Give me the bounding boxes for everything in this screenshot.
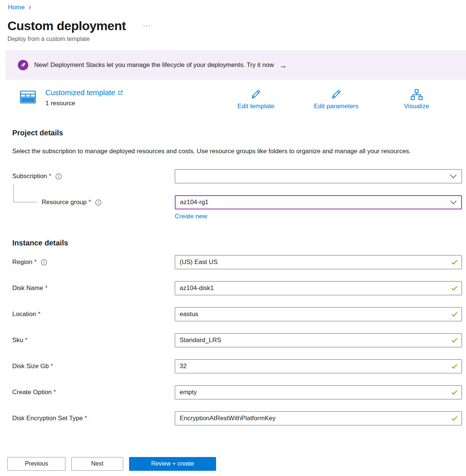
sku-input[interactable] bbox=[175, 333, 462, 347]
info-icon[interactable] bbox=[95, 199, 102, 206]
subscription-row: Subscription* bbox=[12, 169, 462, 183]
valid-check-icon bbox=[451, 258, 458, 266]
valid-check-icon bbox=[451, 337, 458, 344]
review-create-button[interactable]: Review + create bbox=[129, 457, 216, 471]
disk-name-row: Disk Name* bbox=[12, 281, 462, 295]
required-marker: * bbox=[51, 363, 53, 370]
disk-encryption-set-type-label: Disk Encryption Set Type bbox=[12, 415, 83, 422]
more-options-button[interactable]: ··· bbox=[141, 21, 153, 30]
required-marker: * bbox=[38, 311, 41, 318]
visualize-button[interactable]: Visualize bbox=[376, 89, 457, 110]
customized-template-link[interactable]: Customized template bbox=[45, 89, 123, 97]
subscription-label: Subscription bbox=[12, 173, 47, 180]
disk-encryption-set-type-input[interactable] bbox=[175, 411, 462, 425]
required-marker: * bbox=[54, 389, 56, 396]
disk-name-label: Disk Name bbox=[12, 284, 43, 292]
arrow-right-icon: → bbox=[279, 61, 287, 69]
location-label: Location bbox=[12, 311, 36, 318]
pencil-icon bbox=[250, 89, 262, 100]
resource-group-value: az104-rg1 bbox=[180, 199, 209, 206]
region-input[interactable] bbox=[175, 255, 462, 269]
instance-details-heading: Instance details bbox=[12, 239, 466, 247]
previous-button[interactable]: Previous bbox=[7, 457, 65, 471]
region-row: Region* bbox=[12, 255, 462, 269]
region-label: Region bbox=[12, 258, 32, 266]
chevron-down-icon bbox=[450, 200, 457, 205]
pencil-icon bbox=[330, 89, 342, 100]
resource-group-row: Resource group* az104-rg1 bbox=[12, 195, 462, 209]
edit-parameters-label: Edit parameters bbox=[314, 103, 359, 110]
sku-row: Sku* bbox=[12, 333, 462, 347]
breadcrumb-chevron-icon bbox=[28, 5, 32, 10]
visualize-label: Visualize bbox=[404, 103, 429, 110]
location-input[interactable] bbox=[175, 307, 462, 321]
project-details-description: Select the subscription to manage deploy… bbox=[12, 145, 444, 157]
resource-group-dropdown[interactable]: az104-rg1 bbox=[175, 195, 462, 209]
required-marker: * bbox=[49, 173, 52, 180]
create-option-label: Create Option bbox=[12, 389, 52, 396]
sku-label: Sku bbox=[12, 337, 23, 344]
disk-name-input[interactable] bbox=[175, 281, 462, 295]
valid-check-icon bbox=[451, 415, 458, 422]
page-subtitle: Deploy from a custom template bbox=[7, 36, 466, 42]
required-marker: * bbox=[89, 199, 91, 206]
disk-size-gb-input[interactable] bbox=[175, 359, 462, 373]
info-icon[interactable] bbox=[55, 173, 62, 180]
disk-encryption-set-type-row: Disk Encryption Set Type* bbox=[12, 411, 462, 425]
rocket-icon bbox=[18, 60, 28, 70]
footer-action-bar: Previous Next Review + create bbox=[0, 451, 466, 476]
valid-check-icon bbox=[451, 389, 458, 396]
edit-template-label: Edit template bbox=[237, 103, 274, 110]
breadcrumb: Home bbox=[8, 4, 466, 11]
valid-check-icon bbox=[451, 284, 458, 292]
external-link-icon bbox=[118, 90, 123, 96]
page-title: Custom deployment bbox=[7, 19, 126, 33]
required-marker: * bbox=[34, 258, 37, 266]
banner-message-link[interactable]: New! Deployment Stacks let you manage th… bbox=[34, 61, 274, 69]
breadcrumb-home-link[interactable]: Home bbox=[8, 4, 25, 11]
project-details-heading: Project details bbox=[12, 129, 466, 137]
create-option-input[interactable] bbox=[175, 385, 462, 399]
valid-check-icon bbox=[451, 363, 458, 370]
resource-group-label: Resource group bbox=[42, 199, 87, 206]
chevron-down-icon bbox=[450, 174, 457, 179]
info-icon[interactable] bbox=[41, 259, 47, 266]
subscription-dropdown[interactable] bbox=[175, 169, 462, 183]
valid-check-icon bbox=[451, 311, 458, 318]
edit-template-button[interactable]: Edit template bbox=[216, 89, 296, 110]
required-marker: * bbox=[85, 415, 87, 422]
template-link-label: Customized template bbox=[45, 89, 115, 97]
next-button[interactable]: Next bbox=[71, 457, 123, 471]
template-icon bbox=[19, 89, 36, 106]
create-new-link[interactable]: Create new bbox=[175, 213, 207, 220]
resource-group-connector-line bbox=[13, 184, 37, 202]
required-marker: * bbox=[45, 284, 48, 292]
deployment-stacks-banner: New! Deployment Stacks let you manage th… bbox=[6, 50, 466, 80]
location-row: Location* bbox=[12, 307, 462, 321]
template-resource-count: 1 resource bbox=[45, 100, 123, 107]
disk-size-gb-label: Disk Size Gb bbox=[12, 363, 49, 370]
custom-deployment-page: Home Custom deployment ··· Deploy from a… bbox=[0, 0, 466, 476]
edit-parameters-button[interactable]: Edit parameters bbox=[296, 89, 376, 110]
required-marker: * bbox=[25, 337, 28, 344]
visualize-icon bbox=[410, 89, 423, 100]
create-option-row: Create Option* bbox=[12, 385, 462, 399]
disk-size-gb-row: Disk Size Gb* bbox=[12, 359, 462, 373]
